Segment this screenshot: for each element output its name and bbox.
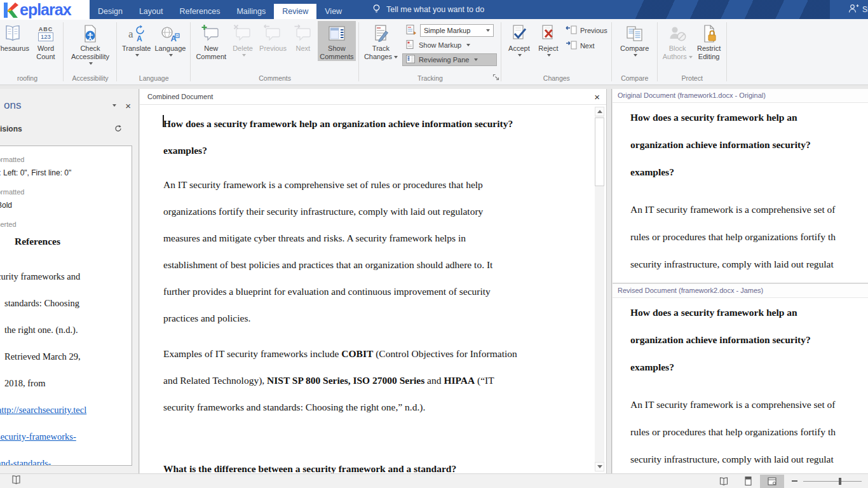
text-line: serted	[0, 220, 129, 229]
check-accessibility-button[interactable]: Check Accessibility	[67, 21, 114, 65]
chevron-down-icon	[169, 54, 173, 57]
tab-review[interactable]: Review	[274, 4, 316, 19]
print-layout-button[interactable]	[736, 475, 760, 488]
new-comment-icon	[201, 22, 220, 44]
scroll-down-icon[interactable]	[595, 462, 604, 471]
previous-comment-icon	[263, 22, 282, 44]
proofing-status-icon[interactable]	[11, 475, 21, 487]
tell-me-box[interactable]: Tell me what you want to do	[372, 0, 484, 19]
ribbon-group-comments: New Comment Delete Previous	[191, 19, 358, 85]
lightbulb-icon	[372, 4, 381, 16]
chevron-down-icon	[242, 54, 246, 57]
display-for-review-select[interactable]: Simple Markup	[420, 24, 494, 37]
text-line: security infrastructure, comply with lai…	[630, 250, 868, 278]
refresh-icon[interactable]	[114, 123, 122, 135]
accept-button[interactable]: Accept	[505, 21, 534, 57]
show-comments-icon	[327, 22, 346, 44]
translate-label: Translate	[122, 44, 151, 53]
revised-document-body[interactable]: How does a security framework help anorg…	[613, 298, 868, 473]
ribbon-group-accessibility: Check Accessibility Accessibility	[64, 19, 117, 85]
main-area: ons × isions ormattedt: Left: 0", First …	[0, 85, 868, 473]
previous-comment-button[interactable]: Previous	[257, 21, 288, 61]
revisions-pane-menu-caret-icon[interactable]	[112, 104, 116, 107]
group-label-protect: Protect	[661, 74, 724, 85]
revisions-count-label: isions	[0, 125, 22, 133]
text-line: organization achieve information securit…	[630, 131, 868, 158]
next-comment-button[interactable]: Next	[288, 21, 318, 61]
brand-name: eplarax	[20, 1, 71, 19]
restrict-editing-button[interactable]: Restrict Editing	[695, 21, 724, 61]
brand-logo: eplarax	[0, 0, 90, 20]
previous-change-button[interactable]: Previous	[566, 25, 607, 36]
combined-pane-close-icon[interactable]: ×	[594, 92, 600, 102]
next-change-button[interactable]: Next	[566, 40, 607, 51]
language-label: Language	[154, 44, 186, 53]
reviewing-pane-button[interactable]: Reviewing Pane	[402, 53, 497, 66]
scroll-up-icon[interactable]	[595, 107, 604, 116]
text-line: and-standards-	[0, 450, 129, 466]
show-comments-button[interactable]: Show Comments	[318, 21, 356, 61]
block-authors-icon	[668, 22, 687, 44]
original-document-body[interactable]: How does a security framework help anorg…	[613, 103, 868, 278]
text-line: Examples of IT security frameworks inclu…	[163, 341, 587, 367]
combined-scrollbar[interactable]	[595, 107, 604, 471]
tab-mailings[interactable]: Mailings	[228, 4, 274, 19]
translate-button[interactable]: aA Translate	[120, 21, 153, 57]
zoom-slider-thumb[interactable]	[839, 478, 841, 485]
ribbon-group-compare: Compare Compare	[612, 19, 658, 85]
restrict-editing-icon	[700, 22, 719, 44]
svg-text:a: a	[128, 28, 133, 40]
dialog-launcher-icon[interactable]	[492, 72, 499, 83]
block-authors-button[interactable]: Block Authors	[661, 21, 695, 61]
chevron-down-icon	[474, 58, 478, 61]
reviewing-pane-icon	[405, 54, 416, 65]
block-authors-label-1: Block	[669, 44, 686, 53]
check-accessibility-icon	[81, 22, 100, 44]
revisions-pane-close-icon[interactable]: ×	[125, 101, 131, 111]
web-layout-button[interactable]	[760, 475, 784, 488]
combined-document-body[interactable]: How does a security framework help an or…	[140, 105, 606, 473]
read-mode-button[interactable]	[712, 475, 736, 488]
sign-in-button[interactable]: Si	[848, 0, 868, 19]
zoom-slider[interactable]	[803, 481, 862, 482]
compare-button[interactable]: Compare	[615, 21, 654, 57]
titlebar-decoration	[620, 0, 830, 19]
previous-comment-label: Previous	[259, 44, 287, 53]
chevron-down-icon	[634, 54, 637, 57]
delete-comment-button[interactable]: Delete	[228, 21, 257, 57]
group-label-compare: Compare	[615, 74, 654, 85]
sign-in-icon	[848, 3, 859, 16]
scrollbar-thumb[interactable]	[595, 118, 604, 186]
text-line: organizations fortify their security inf…	[163, 198, 587, 225]
reject-icon	[539, 22, 558, 44]
text-line: security frameworks and standards: Choos…	[163, 394, 587, 421]
restrict-editing-label-2: Editing	[698, 53, 720, 61]
tab-layout[interactable]: Layout	[131, 4, 172, 19]
track-changes-button[interactable]: Track Changes	[362, 21, 400, 61]
tab-view[interactable]: View	[316, 4, 350, 19]
word-count-button[interactable]: ABC123 Word Count	[31, 21, 60, 61]
accept-icon	[510, 22, 529, 44]
group-label-language: Language	[120, 74, 187, 85]
zoom-out-button[interactable]	[788, 475, 801, 488]
chevron-down-icon	[135, 54, 139, 57]
chevron-down-icon	[89, 62, 93, 65]
source-documents-column: Original Document (framework1.docx - Ori…	[611, 89, 868, 473]
reject-button[interactable]: Reject	[534, 21, 563, 57]
show-markup-icon	[405, 39, 416, 51]
tab-references[interactable]: References	[171, 4, 228, 19]
new-comment-button[interactable]: New Comment	[194, 21, 228, 61]
text-line: security infrastructure, comply with lai…	[630, 445, 868, 473]
word-count-label-2: Count	[36, 53, 55, 61]
revisions-list[interactable]: ormattedt: Left: 0", First line: 0"ormat…	[0, 146, 132, 466]
ribbon-group-tracking: Track Changes Simple Markup	[359, 19, 501, 85]
text-line: rules or procedures that help organizati…	[630, 418, 868, 445]
language-button[interactable]: A Language	[153, 21, 187, 57]
text-line: An IT security framework is a comprehens…	[630, 196, 868, 223]
block-authors-label-2: Authors	[663, 53, 687, 61]
text-line: and Related Technology), NIST SP 800 Ser…	[163, 367, 587, 394]
language-globe-icon: A	[161, 22, 180, 44]
thesaurus-button[interactable]: Thesaurus	[0, 21, 31, 61]
tab-design[interactable]: Design	[90, 4, 131, 19]
show-markup-button[interactable]: Show Markup	[402, 39, 497, 51]
